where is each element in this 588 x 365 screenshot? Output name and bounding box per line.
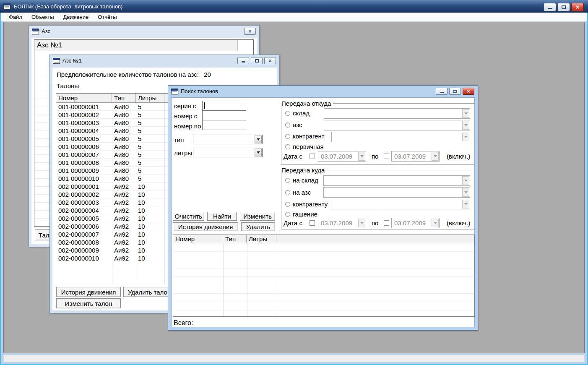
from-date-to-arrow-icon[interactable] [432,152,439,161]
maximize-button[interactable] [557,3,570,11]
litry-combobox[interactable] [193,148,263,157]
to-kontragent-radio[interactable] [285,202,290,207]
from-azs-radio[interactable] [285,123,290,128]
find-button[interactable]: Найти [207,212,237,221]
from-date-from-arrow-icon[interactable] [358,152,365,161]
table-cell: 002-00000001 [56,183,112,190]
to-azs-combobox-arrow-icon[interactable] [462,188,469,197]
from-sklad-radio[interactable] [285,111,290,116]
menu-movement[interactable]: Движение [59,13,94,21]
to-azs-combobox[interactable] [323,187,470,198]
close-button[interactable]: × [571,3,584,11]
table-cell: 5 [136,127,164,134]
table-cell: 002-00000010 [56,255,112,262]
from-date-from-checkbox[interactable] [310,154,315,159]
azs1-close-button[interactable]: × [264,57,276,64]
to-date-from-arrow-icon[interactable] [358,219,365,227]
nomer-po-input[interactable] [202,120,246,130]
azs1-minimize-button[interactable] [237,57,249,64]
from-azs-label[interactable]: азс [293,121,302,128]
to-sklad-label[interactable]: на склад [293,177,318,184]
table-cell: 5 [136,159,164,166]
table-cell: Аи92 [112,183,136,190]
column-header-litry[interactable]: Литры [136,94,164,102]
results-column-tip[interactable]: Тип [223,235,247,243]
column-header-nomer[interactable]: Номер [56,94,112,102]
table-cell: Аи80 [112,111,136,118]
to-kontragent-label[interactable]: контрагенту [293,201,328,208]
edit-button[interactable]: Изменить [240,212,275,221]
minimize-button[interactable] [544,3,556,11]
litry-combobox-arrow-icon[interactable] [255,149,262,156]
menu-file[interactable]: Файл [4,13,27,21]
from-sklad-combobox-arrow-icon[interactable] [462,109,469,118]
talony-section-label: Талоны [57,82,79,89]
main-titlebar: БОЛТик (База оборота литровых талонов) × [0,0,588,13]
nomer-s-input[interactable] [202,110,246,120]
to-kontragent-combobox[interactable] [331,199,470,209]
table-cell: 001-00000004 [56,127,112,134]
search-close-button[interactable]: × [463,88,474,95]
from-sklad-label[interactable]: склад [293,110,310,117]
to-sklad-combobox[interactable] [323,175,470,186]
to-date-from-picker[interactable]: 03.07.2009 [318,218,366,228]
azs-list-item[interactable]: Азс №1 [34,40,238,51]
azs1-window-titlebar[interactable]: Азс №1 × [50,55,279,66]
to-kontragent-combobox-arrow-icon[interactable] [462,200,469,209]
menu-reports[interactable]: Отчёты [93,13,121,21]
delete-button[interactable]: Удалить [241,222,275,231]
to-sklad-combobox-arrow-icon[interactable] [462,176,469,185]
clear-button[interactable]: Очистить [173,212,204,221]
search-window-titlebar[interactable]: Поиск талонов × [168,86,478,97]
from-sklad-combobox[interactable] [324,108,470,119]
seria-input[interactable] [202,101,246,111]
azs1-history-button[interactable]: История движения [56,287,121,297]
to-date-from-checkbox[interactable] [310,220,315,226]
from-date-to-checkbox[interactable] [384,154,389,159]
table-cell: 002-00000008 [56,239,112,246]
from-kontragent-label[interactable]: контрагент [293,133,325,140]
from-pervichnaya-radio[interactable] [285,144,290,149]
to-sklad-radio[interactable] [285,178,290,183]
search-minimize-button[interactable] [436,88,448,95]
results-column-litry[interactable]: Литры [247,235,276,243]
search-maximize-button[interactable] [449,88,461,95]
from-pervichnaya-label[interactable]: первичная [293,143,324,150]
tip-combobox-arrow-icon[interactable] [255,136,262,143]
from-kontragent-combobox-arrow-icon[interactable] [462,133,469,141]
results-table-body[interactable] [173,243,474,316]
table-cell: 001-00000007 [56,151,112,158]
menu-objects[interactable]: Объекты [27,13,59,21]
to-azs-radio[interactable] [285,190,290,195]
table-cell: 001-00000002 [56,111,112,118]
from-date-from-picker[interactable]: 03.07.2009 [318,151,366,162]
table-cell: 10 [136,207,164,214]
table-cell: 001-00000001 [56,103,112,110]
from-date-to-picker[interactable]: 03.07.2009 [391,151,440,162]
to-date-to-arrow-icon[interactable] [432,219,439,227]
to-date-to-picker[interactable]: 03.07.2009 [391,218,440,228]
table-cell: 001-00000003 [56,119,112,126]
tip-combobox[interactable] [193,135,263,144]
table-cell: Аи80 [112,159,136,166]
azs-window-icon [32,29,39,34]
to-gashenie-label[interactable]: гашение [293,211,317,218]
results-column-nomer[interactable]: Номер [173,235,223,243]
from-date-from-label: Дата с [284,153,302,160]
from-kontragent-combobox[interactable] [331,132,470,142]
history-button[interactable]: История движения [173,222,238,231]
column-header-tip[interactable]: Тип [112,94,136,102]
azs-close-button[interactable]: × [244,28,256,35]
to-gashenie-radio[interactable] [285,212,290,217]
table-cell: Аи80 [112,119,136,126]
from-kontragent-radio[interactable] [285,134,290,139]
azs-window-titlebar[interactable]: Азс × [29,26,259,37]
to-date-to-checkbox[interactable] [384,220,389,226]
transfer-from-group-title: Передача откуда [281,100,333,107]
to-azs-label[interactable]: на азс [293,189,311,196]
azs1-edit-button[interactable]: Изменить талон [56,298,121,308]
from-azs-combobox[interactable] [324,120,470,130]
azs1-maximize-button[interactable] [251,57,263,64]
from-azs-combobox-arrow-icon[interactable] [462,121,469,130]
table-cell: 5 [136,111,164,118]
